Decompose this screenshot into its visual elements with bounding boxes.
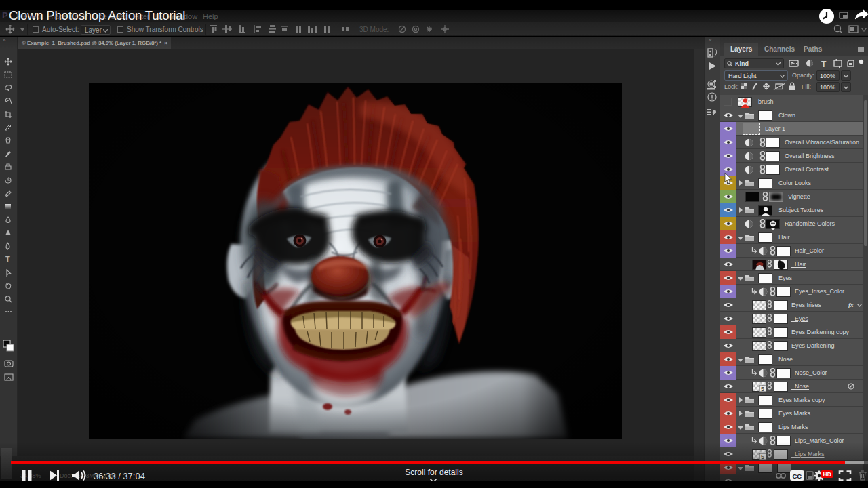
svg-text:CC: CC <box>793 472 802 480</box>
svg-text:HD: HD <box>823 471 831 478</box>
svg-text:T: T <box>821 60 827 68</box>
svg-text:3D Mode:: 3D Mode: <box>359 26 389 33</box>
svg-text:5: 5 <box>761 386 764 392</box>
svg-text:5: 5 <box>761 453 764 460</box>
svg-text:»: » <box>3 37 6 43</box>
svg-text:«: « <box>709 37 712 43</box>
svg-text:T: T <box>5 255 10 263</box>
